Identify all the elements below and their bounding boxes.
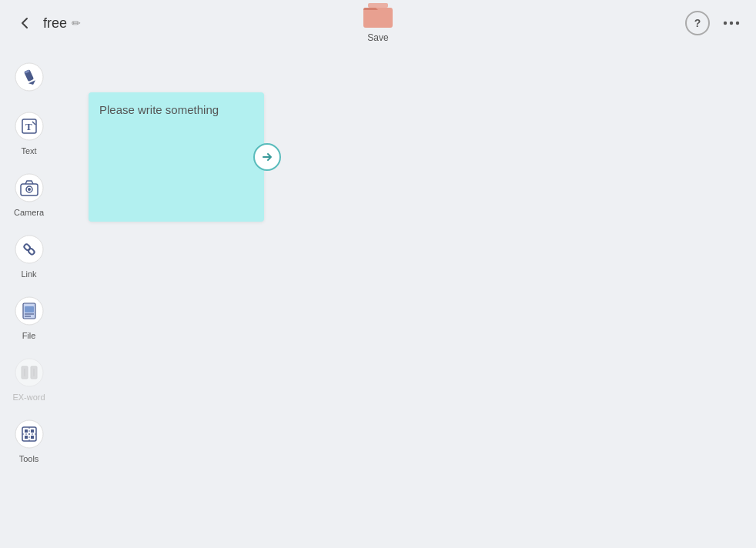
sidebar-item-text[interactable]: T Text xyxy=(4,103,54,162)
save-button[interactable]: Save xyxy=(362,3,394,43)
main-content: Please write something xyxy=(58,46,756,548)
svg-point-2 xyxy=(724,22,727,25)
file-icon xyxy=(12,294,46,328)
arrow-right-icon xyxy=(261,151,273,163)
sidebar-item-file-label: File xyxy=(22,331,36,340)
tools-icon xyxy=(12,417,46,451)
svg-point-26 xyxy=(15,359,43,386)
exword-icon xyxy=(12,356,46,389)
edit-title-icon[interactable]: ✏ xyxy=(72,17,81,29)
note-submit-button[interactable] xyxy=(253,143,281,171)
svg-rect-36 xyxy=(31,436,34,439)
top-right-actions: ? xyxy=(685,11,744,35)
ellipsis-icon xyxy=(723,21,740,25)
sidebar-item-tools[interactable]: Tools xyxy=(4,411,54,469)
top-bar: free ✏ Save ? xyxy=(0,0,756,46)
svg-rect-34 xyxy=(31,429,34,433)
svg-rect-33 xyxy=(25,429,28,433)
svg-rect-35 xyxy=(25,436,28,439)
svg-rect-1 xyxy=(363,8,393,28)
help-button[interactable]: ? xyxy=(685,11,710,35)
sidebar-item-exword[interactable]: EX-word xyxy=(4,349,54,408)
sidebar: T Text Camera xyxy=(0,46,58,548)
svg-rect-23 xyxy=(25,306,34,312)
sidebar-item-text-label: Text xyxy=(21,146,36,155)
pen-icon xyxy=(12,60,46,94)
sidebar-item-camera-label: Camera xyxy=(14,208,44,217)
svg-rect-0 xyxy=(368,3,388,8)
sidebar-item-tools-label: Tools xyxy=(19,454,39,463)
save-label: Save xyxy=(367,32,388,43)
save-icon xyxy=(362,3,394,31)
camera-icon xyxy=(12,171,46,205)
sidebar-item-file[interactable]: File xyxy=(4,288,54,346)
link-icon xyxy=(12,232,46,266)
note-card[interactable]: Please write something xyxy=(89,92,264,222)
more-options-button[interactable] xyxy=(719,11,744,35)
text-icon: T xyxy=(12,109,46,143)
svg-point-4 xyxy=(736,22,739,25)
sidebar-item-exword-label: EX-word xyxy=(12,393,45,402)
sidebar-item-camera[interactable]: Camera xyxy=(4,165,54,223)
sidebar-item-link[interactable]: Link xyxy=(4,226,54,285)
document-title: free xyxy=(43,15,67,32)
svg-point-3 xyxy=(730,22,733,25)
note-placeholder-text: Please write something xyxy=(99,103,219,116)
svg-point-16 xyxy=(28,188,31,191)
title-area: free ✏ xyxy=(43,15,81,32)
sidebar-item-link-label: Link xyxy=(21,269,36,279)
sidebar-item-pen[interactable] xyxy=(4,54,54,100)
top-center: Save xyxy=(362,3,394,43)
svg-text:T: T xyxy=(25,121,32,132)
back-button[interactable] xyxy=(12,11,37,35)
